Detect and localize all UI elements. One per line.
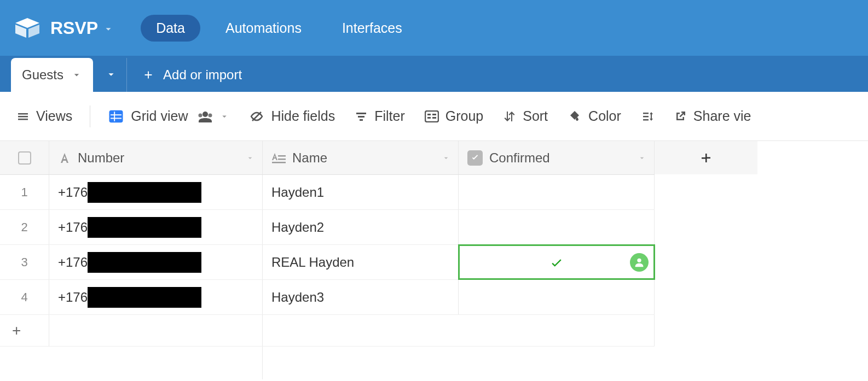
sort-label: Sort (523, 108, 548, 124)
number-cell[interactable]: +176 (49, 280, 263, 314)
base-dropdown-icon[interactable] (102, 23, 114, 35)
add-row-button[interactable]: + (0, 315, 655, 347)
eye-off-icon (249, 110, 264, 123)
name-cell[interactable]: REAL Hayden (263, 245, 459, 279)
name-cell[interactable]: Hayden3 (263, 280, 459, 314)
grid-view-button[interactable]: Grid view (108, 108, 229, 125)
separator (90, 105, 90, 127)
paint-bucket-icon (568, 110, 582, 123)
confirmed-cell[interactable] (459, 280, 655, 314)
column-name-label: Name (292, 150, 327, 166)
svg-point-9 (209, 113, 212, 117)
grid-view-icon (108, 108, 124, 125)
column-dropdown-icon[interactable] (442, 154, 450, 162)
number-cell[interactable]: +176 (49, 175, 263, 209)
table-list-dropdown[interactable] (95, 58, 127, 92)
add-column-button[interactable] (655, 141, 757, 174)
confirmed-cell-selected[interactable] (459, 245, 655, 279)
table-tab-dropdown-icon[interactable] (71, 69, 82, 80)
svg-rect-3 (109, 110, 123, 122)
table-tabs-bar: Guests Add or import (0, 56, 868, 92)
view-toolbar: Views Grid view Hide fields Filter Group (0, 92, 868, 141)
redacted-icon (88, 287, 201, 308)
data-grid: Number Name Confirmed 1 +176 (0, 141, 655, 379)
row-number[interactable]: 3 (0, 245, 49, 279)
checkbox-field-icon (467, 150, 483, 166)
column-dropdown-icon[interactable] (638, 154, 646, 162)
views-button[interactable]: Views (16, 108, 72, 124)
column-header-confirmed[interactable]: Confirmed (459, 141, 655, 174)
table-row[interactable]: 1 +176 Hayden1 (0, 175, 655, 210)
table-tab-label: Guests (22, 67, 63, 83)
svg-rect-4 (111, 114, 121, 115)
svg-rect-5 (111, 118, 121, 119)
add-or-import-button[interactable]: Add or import (127, 58, 257, 92)
table-row[interactable]: 3 +176 REAL Hayden (0, 245, 655, 280)
filter-button[interactable]: Filter (355, 108, 405, 124)
share-view-button[interactable]: Share vie (674, 108, 751, 124)
app-logo-icon[interactable] (15, 16, 39, 40)
sort-icon (503, 110, 516, 123)
group-icon (425, 110, 439, 122)
svg-rect-14 (432, 114, 436, 115)
menu-icon (16, 110, 30, 123)
share-label: Share vie (693, 108, 751, 124)
group-label: Group (445, 108, 483, 124)
row-height-button[interactable] (641, 110, 654, 123)
nav-tabs: Data Automations Interfaces (141, 15, 418, 42)
confirmed-cell[interactable] (459, 210, 655, 244)
svg-rect-12 (427, 114, 431, 115)
select-all-checkbox[interactable] (0, 141, 49, 174)
svg-rect-6 (114, 112, 115, 121)
text-field-icon (58, 151, 71, 165)
svg-rect-15 (432, 117, 436, 119)
row-number[interactable]: 4 (0, 280, 49, 314)
nav-tab-automations[interactable]: Automations (210, 15, 317, 42)
checkbox-icon (18, 151, 31, 165)
base-title[interactable]: RSVP (50, 18, 98, 38)
plus-icon (699, 151, 713, 165)
name-cell[interactable]: Hayden1 (263, 175, 459, 209)
grid-footer (0, 347, 655, 379)
sort-button[interactable]: Sort (503, 108, 548, 124)
filter-label: Filter (374, 108, 405, 124)
nav-tab-data[interactable]: Data (141, 15, 200, 42)
confirmed-cell[interactable] (459, 175, 655, 209)
filter-icon (355, 110, 368, 123)
views-label: Views (36, 108, 72, 124)
collaborator-avatar-icon (630, 253, 649, 272)
table-tab-guests[interactable]: Guests (11, 58, 93, 92)
svg-rect-11 (425, 111, 438, 122)
chevron-down-icon[interactable] (219, 112, 229, 121)
column-header-name[interactable]: Name (263, 141, 459, 174)
group-button[interactable]: Group (425, 108, 483, 124)
nav-tab-interfaces[interactable]: Interfaces (327, 15, 418, 42)
hide-fields-button[interactable]: Hide fields (249, 108, 335, 124)
row-number[interactable]: 1 (0, 175, 49, 209)
name-cell[interactable]: Hayden2 (263, 210, 459, 244)
redacted-icon (88, 252, 201, 273)
grid-header-row: Number Name Confirmed (0, 141, 655, 175)
check-icon (549, 255, 564, 269)
redacted-icon (88, 182, 201, 203)
number-cell[interactable]: +176 (49, 210, 263, 244)
column-header-number[interactable]: Number (49, 141, 263, 174)
column-number-label: Number (78, 150, 124, 166)
collaborators-icon (198, 110, 213, 122)
plus-icon: + (0, 315, 49, 346)
share-icon (674, 110, 687, 123)
column-confirmed-label: Confirmed (489, 150, 550, 166)
row-height-icon (641, 110, 654, 123)
add-import-label: Add or import (163, 67, 242, 83)
svg-point-7 (202, 112, 208, 117)
column-dropdown-icon[interactable] (246, 154, 254, 162)
hide-fields-label: Hide fields (271, 108, 335, 124)
grid-view-label: Grid view (131, 108, 188, 124)
number-cell[interactable]: +176 (49, 245, 263, 279)
color-button[interactable]: Color (568, 108, 621, 124)
table-row[interactable]: 4 +176 Hayden3 (0, 280, 655, 315)
long-text-field-icon (271, 152, 286, 164)
table-row[interactable]: 2 +176 Hayden2 (0, 210, 655, 245)
color-label: Color (588, 108, 621, 124)
row-number[interactable]: 2 (0, 210, 49, 244)
